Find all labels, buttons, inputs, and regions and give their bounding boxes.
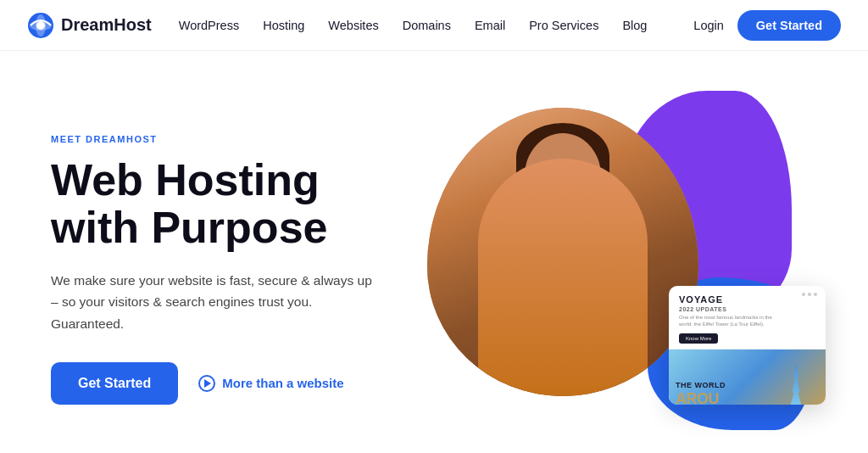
nav-link-hosting[interactable]: Hosting [263,19,304,32]
card-subtitle: 2022 UPDATES [679,306,815,312]
nav-dot-2 [808,293,811,296]
login-link[interactable]: Login [693,19,723,32]
nav-link-email[interactable]: Email [475,19,505,32]
meet-label: MEET DREAMHOST [51,134,373,144]
hero-title: Web Hosting with Purpose [51,156,373,251]
navbar-left: DreamHost WordPress Hosting Websites Dom… [27,12,647,39]
logo-text: DreamHost [61,15,152,35]
card-nav-dots [802,293,817,296]
person-body [478,159,648,396]
nav-links: WordPress Hosting Websites Domains Email… [179,19,648,32]
hero-title-line2: with Purpose [51,203,327,252]
nav-link-pro-services[interactable]: Pro Services [529,19,598,32]
hero-description: We make sure your website is fast, secur… [51,270,373,335]
play-icon [198,375,215,392]
nav-dot-1 [802,293,805,296]
hero-left: MEET DREAMHOST Web Hosting with Purpose … [51,134,373,405]
person-silhouette [427,108,698,396]
hero-image-circle [427,108,698,396]
card-title: VOYAGE [679,294,815,305]
card-image-area: THE WORLD AROU [669,350,826,405]
card-world-text: THE WORLD [676,381,726,389]
nav-link-websites[interactable]: Websites [328,19,378,32]
navbar-right: Login Get Started [693,10,841,41]
hero-right: VOYAGE 2022 UPDATES One of the most famo… [410,91,817,447]
get-started-nav-button[interactable]: Get Started [737,10,841,41]
nav-link-domains[interactable]: Domains [403,19,451,32]
card-button[interactable]: Know More [679,333,718,344]
hero-section: MEET DREAMHOST Web Hosting with Purpose … [0,51,868,453]
more-link-label: More than a website [222,376,343,390]
play-triangle [204,379,211,388]
dreamhost-logo-icon [27,12,54,39]
navbar: DreamHost WordPress Hosting Websites Dom… [0,0,868,51]
logo[interactable]: DreamHost [27,12,152,39]
hero-actions: Get Started More than a website [51,362,373,405]
nav-link-wordpress[interactable]: WordPress [179,19,239,32]
get-started-button[interactable]: Get Started [51,362,178,405]
card-overlay: VOYAGE 2022 UPDATES One of the most famo… [669,286,826,405]
card-desc: One of the most famous landmarks in the … [679,314,815,328]
card-big-text: AROU [676,390,719,405]
more-than-website-link[interactable]: More than a website [198,375,343,392]
svg-point-3 [36,21,45,30]
hero-title-line1: Web Hosting [51,155,320,204]
nav-dot-3 [814,293,817,296]
nav-link-blog[interactable]: Blog [622,19,647,32]
